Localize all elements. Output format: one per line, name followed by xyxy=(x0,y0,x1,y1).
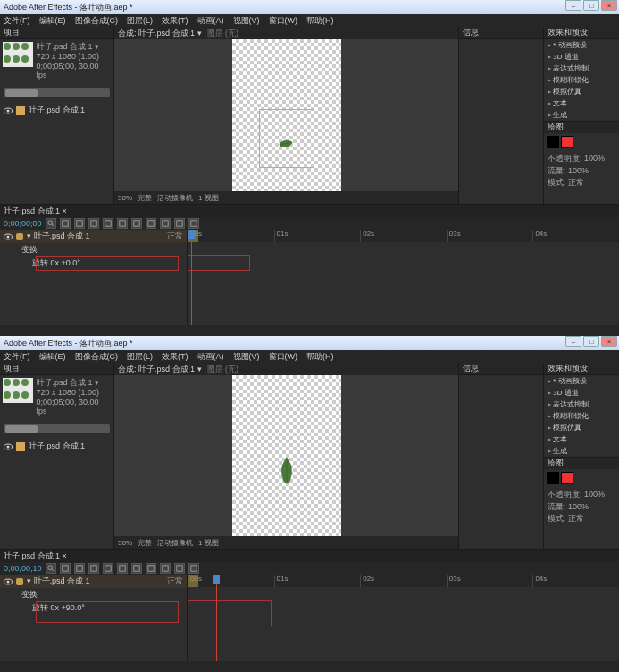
effects-tab[interactable]: 效果和预设 xyxy=(544,27,619,39)
titlebar[interactable]: Adobe After Effects - 落叶动画.aep *–□× xyxy=(0,336,619,350)
project-search[interactable] xyxy=(4,88,110,97)
effect-group[interactable]: 模糊和锐化 xyxy=(544,410,619,422)
effect-group[interactable]: 3D 通道 xyxy=(544,51,619,63)
effect-group[interactable]: 文本 xyxy=(544,97,619,109)
menu-item[interactable]: 编辑(E) xyxy=(39,351,66,363)
timeline-layer[interactable]: ▾ 叶子.psd 合成 1正常 xyxy=(0,230,187,243)
paint-prop[interactable]: 流量: 100% xyxy=(548,165,615,178)
text-tool-icon[interactable] xyxy=(146,218,156,229)
mask-tool-icon[interactable] xyxy=(117,218,128,229)
comp-thumbnail[interactable] xyxy=(3,378,33,403)
titlebar[interactable]: Adobe After Effects - 落叶动画.aep *–□× xyxy=(0,0,619,14)
paint-prop[interactable]: 模式: 正常 xyxy=(548,513,615,525)
leaf-layer[interactable] xyxy=(279,458,295,484)
brush-tool-icon[interactable] xyxy=(160,563,171,574)
effect-group[interactable]: 生成 xyxy=(544,445,619,457)
maximize-button[interactable]: □ xyxy=(583,0,599,11)
playhead[interactable] xyxy=(216,575,217,661)
effect-group[interactable]: 模糊和锐化 xyxy=(544,74,619,86)
eraser-tool-icon[interactable] xyxy=(188,218,199,229)
minimize-button[interactable]: – xyxy=(565,336,581,347)
leaf-layer[interactable] xyxy=(279,139,293,148)
timeline-layer[interactable]: ▾ 叶子.psd 合成 1正常 xyxy=(0,575,187,588)
viewport[interactable] xyxy=(114,39,458,191)
menu-item[interactable]: 图像合成(C) xyxy=(75,15,119,27)
paint-prop[interactable]: 不透明度: 100% xyxy=(548,489,615,501)
paint-prop[interactable]: 流量: 100% xyxy=(548,501,615,514)
zoom-tool-icon[interactable] xyxy=(60,563,71,574)
viewer-footer-item[interactable]: 50% xyxy=(118,194,132,202)
info-tab[interactable]: 信息 xyxy=(459,27,543,39)
viewer-footer-item[interactable]: 完整 xyxy=(138,193,152,203)
pan-tool-icon[interactable] xyxy=(103,563,113,574)
project-item[interactable]: 叶子.psd 合成 1 xyxy=(0,439,113,454)
menu-item[interactable]: 帮助(H) xyxy=(306,15,334,27)
viewer-tab-secondary[interactable]: 图层 (无) xyxy=(207,28,239,39)
rotate-tool-icon[interactable] xyxy=(88,218,99,229)
timeline-track-area[interactable]: 00s01s02s03s04s xyxy=(188,230,619,325)
menu-item[interactable]: 动画(A) xyxy=(197,15,224,27)
canvas[interactable] xyxy=(232,375,341,536)
effect-group[interactable]: 表达式控制 xyxy=(544,399,619,410)
effect-group[interactable]: * 动画预设 xyxy=(544,375,619,387)
menu-item[interactable]: 图层(L) xyxy=(127,351,153,363)
pen-tool-icon[interactable] xyxy=(131,563,142,574)
pan-tool-icon[interactable] xyxy=(103,218,113,229)
paint-tab[interactable]: 绘图 xyxy=(544,121,619,133)
work-area-bar[interactable] xyxy=(188,575,198,587)
viewer-tab[interactable]: 合成: 叶子.psd 合成 1 ▾ xyxy=(118,28,202,39)
brush-tool-icon[interactable] xyxy=(160,218,171,229)
menu-item[interactable]: 动画(A) xyxy=(197,351,224,363)
menu-item[interactable]: 窗口(W) xyxy=(269,351,298,363)
text-tool-icon[interactable] xyxy=(146,563,156,574)
menu-item[interactable]: 效果(T) xyxy=(162,15,188,27)
timeline-tab[interactable]: 叶子.psd 合成 1 × xyxy=(0,550,619,562)
menu-item[interactable]: 图层(L) xyxy=(127,15,153,27)
effect-group[interactable]: 3D 通道 xyxy=(544,387,619,399)
blend-mode[interactable]: 正常 xyxy=(167,575,183,587)
hand-tool-icon[interactable] xyxy=(74,218,85,229)
viewer-footer-item[interactable]: 1 视图 xyxy=(198,538,219,548)
project-tab[interactable]: 项目 xyxy=(0,363,113,375)
viewer-tab-secondary[interactable]: 图层 (无) xyxy=(207,364,239,375)
effect-group[interactable]: 模拟仿真 xyxy=(544,422,619,433)
menu-item[interactable]: 图像合成(C) xyxy=(75,351,119,363)
menu-item[interactable]: 效果(T) xyxy=(162,351,188,363)
hand-tool-icon[interactable] xyxy=(74,563,85,574)
project-item[interactable]: 叶子.psd 合成 1 xyxy=(0,103,113,118)
time-ruler[interactable]: 00s01s02s03s04s xyxy=(188,575,619,587)
effect-group[interactable]: * 动画预设 xyxy=(544,39,619,51)
effect-group[interactable]: 表达式控制 xyxy=(544,63,619,74)
zoom-tool-icon[interactable] xyxy=(60,218,71,229)
stamp-tool-icon[interactable] xyxy=(174,563,185,574)
paint-prop[interactable]: 模式: 正常 xyxy=(548,177,615,189)
timeline-track-area[interactable]: 00s01s02s03s04s xyxy=(188,575,619,661)
selection-bounds[interactable] xyxy=(259,109,314,168)
viewer-footer-item[interactable]: 完整 xyxy=(138,538,152,548)
playhead[interactable] xyxy=(191,230,192,325)
effect-group[interactable]: 生成 xyxy=(544,109,619,121)
info-tab[interactable]: 信息 xyxy=(459,363,543,375)
stamp-tool-icon[interactable] xyxy=(174,218,185,229)
timeline-tab[interactable]: 叶子.psd 合成 1 × xyxy=(0,205,619,217)
paint-prop[interactable]: 不透明度: 100% xyxy=(548,153,615,165)
menu-item[interactable]: 文件(F) xyxy=(4,15,30,27)
search-tool-icon[interactable] xyxy=(46,563,56,574)
paint-tab[interactable]: 绘图 xyxy=(544,457,619,469)
current-timecode[interactable]: 0;00;00;00 xyxy=(4,219,42,228)
menu-item[interactable]: 帮助(H) xyxy=(306,351,334,363)
comp-thumbnail[interactable] xyxy=(3,42,33,67)
viewer-tab[interactable]: 合成: 叶子.psd 合成 1 ▾ xyxy=(118,364,202,375)
close-button[interactable]: × xyxy=(601,336,617,347)
viewport[interactable] xyxy=(114,375,458,536)
viewer-footer-item[interactable]: 1 视图 xyxy=(198,193,219,203)
effect-group[interactable]: 模拟仿真 xyxy=(544,86,619,97)
viewer-footer-item[interactable]: 活动摄像机 xyxy=(157,538,193,548)
timeline-layer[interactable]: 变换 xyxy=(0,243,187,256)
viewer-footer-item[interactable]: 活动摄像机 xyxy=(157,193,193,203)
foreground-swatch[interactable] xyxy=(547,472,559,484)
timeline-layer[interactable]: 变换 xyxy=(0,588,187,601)
menu-item[interactable]: 视图(V) xyxy=(233,15,260,27)
minimize-button[interactable]: – xyxy=(565,0,581,11)
menu-item[interactable]: 编辑(E) xyxy=(39,15,66,27)
